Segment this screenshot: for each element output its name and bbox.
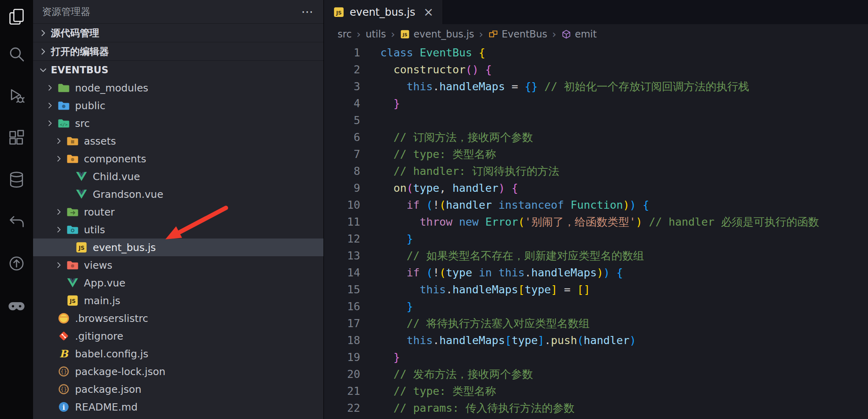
chevron-right-icon[interactable] (43, 81, 57, 95)
section-label: EVENTBUS (51, 64, 108, 76)
symbol-class-icon (488, 29, 499, 39)
tree-item-label: App.vue (84, 277, 125, 289)
activity-back-arrow-icon[interactable] (0, 201, 33, 243)
section-eventbus-root[interactable]: EVENTBUS (33, 60, 323, 79)
tree-item-grandson-vue[interactable]: Grandson.vue (33, 185, 323, 203)
tree-item-package-json[interactable]: {}package.json (33, 380, 323, 398)
svg-text:B: B (59, 348, 69, 360)
code-line-content: // handler: 订阅待执行的方法 (360, 163, 559, 180)
code-line-content: this.handleMaps[type] = [] (360, 281, 590, 298)
more-actions-button[interactable]: ⋯ (301, 6, 315, 18)
tree-item-main-js[interactable]: JSmain.js (33, 292, 323, 309)
tree-item-router[interactable]: router (33, 203, 323, 221)
line-number: 5 (324, 112, 360, 129)
tree-item-label: main.js (84, 295, 120, 307)
twist-spacer (61, 187, 75, 201)
chevron-down-icon[interactable] (43, 116, 57, 131)
tree-item-label: .gitignore (75, 330, 123, 342)
tree-item-src[interactable]: </>src (33, 114, 323, 132)
svg-text:JS: JS (69, 298, 76, 304)
chevron-down-icon[interactable] (52, 151, 66, 166)
js-icon: JS (75, 241, 88, 254)
tree-item-babel-config-js[interactable]: Bbabel.config.js (33, 345, 323, 363)
chevron-right-icon[interactable] (52, 205, 66, 219)
tree-item-node-modules[interactable]: node_modules (33, 79, 323, 97)
code-line-content: constructor() { (360, 61, 492, 78)
tree-item-app-vue[interactable]: App.vue (33, 274, 323, 292)
svg-text:JS: JS (336, 10, 342, 16)
vscode-window: 资源管理器 ⋯ 源代码管理打开的编辑器EVENTBUS node_modules… (0, 0, 868, 419)
tab-event-bus-js[interactable]: JS event_bus.js × (324, 0, 443, 24)
activity-run-debug-icon[interactable] (0, 75, 33, 117)
line-number: 19 (324, 349, 360, 366)
line-number: 15 (324, 281, 360, 298)
section-open-editors[interactable]: 打开的编辑器 (33, 42, 323, 60)
chevron-right-icon[interactable] (52, 134, 66, 148)
symbol-method-icon (561, 29, 572, 39)
line-number: 2 (324, 61, 360, 78)
code-line: 19 } (324, 349, 868, 366)
tree-item-child-vue[interactable]: Child.vue (33, 168, 323, 185)
code-line: 9 on(type, handler) { (324, 180, 868, 197)
code-line-content: // 将待执行方法塞入对应类型名数组 (360, 315, 590, 332)
code-line-content: this.handleMaps = {} // 初始化一个存放订阅回调方法的执行… (360, 78, 749, 95)
folder-utils-icon (66, 223, 79, 236)
tree-item-package-lock-json[interactable]: {}package-lock.json (33, 363, 323, 380)
breadcrumb-src[interactable]: src (338, 29, 352, 40)
activity-explorer-icon[interactable] (0, 0, 33, 33)
tree-item--gitignore[interactable]: .gitignore (33, 327, 323, 345)
breadcrumb-emit[interactable]: emit (561, 29, 597, 40)
js-file-icon: JS (333, 6, 345, 18)
vue-icon (66, 276, 79, 289)
js-icon: JS (66, 294, 79, 307)
tree-item-label: babel.config.js (75, 348, 148, 360)
tree-item-label: node_modules (75, 82, 148, 94)
activity-gamepad-icon[interactable] (0, 284, 33, 326)
tree-item-readme-md[interactable]: iREADME.md (33, 398, 323, 416)
tab-close-icon[interactable]: × (424, 6, 434, 18)
sidebar-header: 资源管理器 ⋯ (33, 0, 323, 23)
code-line: 1class EventBus { (324, 44, 868, 61)
code-line-content: this.handleMaps[type].push(handler) (360, 332, 636, 349)
code-line-content: on(type, handler) { (360, 180, 518, 197)
activity-extensions-icon[interactable] (0, 117, 33, 159)
tree-item-utils[interactable]: utils (33, 221, 323, 239)
section-source-control[interactable]: 源代码管理 (33, 23, 323, 42)
code-line: 6 // 订阅方法，接收两个参数 (324, 129, 868, 146)
chevron-right-icon[interactable] (52, 258, 66, 272)
tree-item-public[interactable]: public (33, 97, 323, 114)
npm-icon: {} (57, 365, 70, 378)
tree-item-assets[interactable]: assets (33, 132, 323, 150)
tree-item-event-bus-js[interactable]: JSevent_bus.js (33, 239, 323, 256)
activity-bar (0, 0, 33, 419)
line-number: 18 (324, 332, 360, 349)
breadcrumb-label: src (338, 29, 352, 40)
breadcrumb-label: utils (365, 29, 386, 40)
tree-item--browserslistrc[interactable]: .browserslistrc (33, 309, 323, 327)
chevron-right-icon[interactable] (43, 98, 57, 113)
code-line-content: throw new Error('别闹了，给函数类型') // handler … (360, 214, 819, 230)
tree-item-label: Child.vue (93, 171, 140, 183)
code-line: 13 // 如果类型名不存在，则新建对应类型名的数组 (324, 247, 868, 264)
code-line-content: if (!(type in this.handleMaps)) { (360, 264, 623, 281)
code-line-content: // params: 传入待执行方法的参数 (360, 400, 574, 417)
code-line: 22 // params: 传入待执行方法的参数 (324, 400, 868, 417)
chevron-down-icon[interactable] (52, 222, 66, 237)
tree-item-components[interactable]: components (33, 150, 323, 168)
code-line: 14 if (!(type in this.handleMaps)) { (324, 264, 868, 281)
activity-database-icon[interactable] (0, 159, 33, 201)
tree-item-views[interactable]: views (33, 256, 323, 274)
code-editor[interactable]: 1class EventBus {2 constructor() {3 this… (324, 44, 868, 419)
code-line-content: } (360, 298, 413, 315)
tree-item-label: package.json (75, 384, 142, 395)
code-line-content (360, 112, 380, 129)
breadcrumb-utils[interactable]: utils (365, 29, 386, 40)
breadcrumb-event-bus-js[interactable]: JSevent_bus.js (400, 29, 474, 40)
twist-spacer (43, 400, 57, 414)
breadcrumb-eventbus[interactable]: EventBus (488, 29, 547, 40)
tab-label: event_bus.js (350, 6, 415, 18)
folder-views-icon (66, 259, 79, 272)
activity-search-icon[interactable] (0, 33, 33, 75)
activity-circle-arrow-icon[interactable] (0, 243, 33, 284)
sidebar-title: 资源管理器 (42, 5, 90, 18)
